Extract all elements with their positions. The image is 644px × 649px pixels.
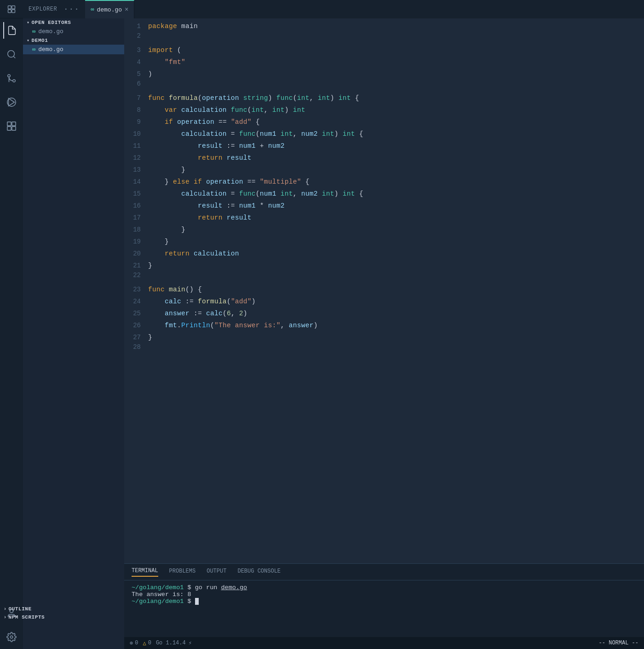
status-right: -- NORMAL -- [599,640,638,646]
main-area: ▾ OPEN EDITORS ∞ demo.go ▾ DEMO1 ∞ demo.… [0,18,644,649]
code-line-25: 25 answer := calc(6, 2) [124,307,644,319]
open-editors-group[interactable]: ▾ OPEN EDITORS [23,18,124,27]
status-warnings[interactable]: △ 0 [143,640,151,647]
tab-close-button[interactable]: × [125,6,128,13]
status-bar: ⊗ 0 △ 0 Go 1.14.4 ⚡ -- NORMAL -- [124,637,644,649]
activity-extensions-icon[interactable] [3,118,20,134]
warning-count: 0 [148,640,151,646]
code-line-11: 11 result := num1 + num2 [124,140,644,152]
open-editors-filename: demo.go [38,28,63,35]
npm-scripts-label: NPM SCRIPTS [23,614,45,620]
activity-settings-icon[interactable] [3,629,20,645]
panel-tabs: TERMINAL PROBLEMS OUTPUT DEBUG CONSOLE [124,564,644,580]
terminal-command: go run demo.go [195,584,247,591]
terminal-prompt-symbol: $ [188,584,195,591]
terminal-cursor [195,598,199,605]
code-line-2: 2 [124,32,644,44]
svg-rect-0 [8,6,12,9]
code-line-6: 6 [124,80,644,92]
panel-area: TERMINAL PROBLEMS OUTPUT DEBUG CONSOLE ~… [124,563,644,637]
code-line-28: 28 [124,343,644,355]
demo1-group[interactable]: ▾ DEMO1 [23,36,124,45]
go-run-text: go run [195,584,221,591]
terminal-line-1: ~/golang/demo1 $ go run demo.go [132,584,637,591]
terminal-path-2: ~/golang/demo1 [132,598,184,605]
go-file-icon-demo1: ∞ [32,46,35,53]
terminal-filename: demo.go [221,584,247,591]
code-editor[interactable]: 1 package main 2 3 import ( 4 "fmt" 5 ) [124,18,644,563]
status-errors[interactable]: ⊗ 0 [130,640,138,647]
tab-debug-console[interactable]: DEBUG CONSOLE [237,568,281,576]
svg-rect-2 [8,9,12,12]
svg-rect-13 [12,127,16,130]
error-icon: ⊗ [130,640,133,647]
code-line-17: 17 return result [124,212,644,224]
activity-bar [0,18,23,649]
terminal-path: ~/golang/demo1 [132,584,184,591]
status-go-version[interactable]: Go 1.14.4 ⚡ [156,640,192,647]
tab-terminal[interactable]: TERMINAL [132,568,158,577]
code-line-4: 4 "fmt" [124,56,644,68]
svg-rect-1 [12,6,15,9]
svg-point-6 [13,80,16,82]
tab-problems[interactable]: PROBLEMS [169,568,196,576]
svg-rect-10 [7,122,11,126]
demo1-label: DEMO1 [32,38,48,43]
activity-explorer-icon[interactable] [3,22,20,39]
code-line-14: 14 } else if operation == "multiple" { [124,176,644,188]
sidebar: ▾ OPEN EDITORS ∞ demo.go ▾ DEMO1 ∞ demo.… [23,18,124,649]
code-line-22: 22 [124,272,644,284]
code-line-3: 3 import ( [124,44,644,56]
sidebar-item-open-demo[interactable]: ∞ demo.go [23,27,124,36]
code-line-12: 12 return result [124,152,644,164]
explorer-label[interactable]: EXPLORER ··· [23,0,85,18]
error-count: 0 [135,640,138,646]
open-editors-chevron: ▾ [27,20,30,25]
terminal-prompt-line: ~/golang/demo1 $ [132,598,637,605]
svg-rect-3 [12,9,15,12]
code-line-24: 24 calc := formula("add") [124,296,644,307]
code-line-19: 19 } [124,236,644,248]
code-line-13: 13 } [124,164,644,176]
activity-run-icon[interactable] [3,94,20,110]
code-line-9: 9 if operation == "add" { [124,116,644,128]
code-line-16: 16 result := num1 * num2 [124,200,644,212]
editor-area: 1 package main 2 3 import ( 4 "fmt" 5 ) [124,18,644,649]
code-line-18: 18 } [124,224,644,236]
terminal-output-line: The answer is: 8 [132,591,637,598]
terminal-content[interactable]: ~/golang/demo1 $ go run demo.go The answ… [124,580,644,637]
activity-source-control-icon[interactable] [3,70,20,87]
svg-point-4 [8,51,15,58]
tab-filename: demo.go [97,6,122,13]
terminal-output: The answer is: 8 [132,591,191,598]
svg-line-5 [13,56,15,58]
code-line-10: 10 calculation = func(num1 int, num2 int… [124,128,644,140]
sidebar-item-demo1-file[interactable]: ∞ demo.go [23,45,124,54]
outline-label: OUTLINE [23,606,32,612]
activity-search-icon[interactable] [3,46,20,63]
tab-bar: EXPLORER ··· ∞ demo.go × [0,0,644,18]
tab-output[interactable]: OUTPUT [207,568,226,576]
status-vim-mode: -- NORMAL -- [599,640,638,646]
svg-rect-11 [12,122,16,126]
code-line-21: 21 } [124,260,644,272]
status-left: ⊗ 0 △ 0 Go 1.14.4 ⚡ [130,640,192,647]
demo-go-tab[interactable]: ∞ demo.go × [85,0,134,18]
code-line-5: 5 ) [124,68,644,80]
warning-icon: △ [143,640,146,647]
explorer-top-icon [0,0,23,18]
outline-group[interactable]: › OUTLINE [23,605,101,613]
code-line-8: 8 var calculation func(int, int) int [124,104,644,116]
code-line-27: 27 } [124,331,644,343]
more-icon[interactable]: ··· [63,5,80,13]
demo1-filename: demo.go [38,46,63,53]
go-version-label: Go 1.14.4 [156,640,186,646]
terminal-prompt-symbol-2: $ [188,598,195,605]
go-file-icon: ∞ [91,6,94,13]
npm-scripts-group[interactable]: › NPM SCRIPTS [23,613,101,621]
code-line-23: 23 func main() { [124,284,644,296]
svg-rect-12 [7,127,11,130]
lightning-icon: ⚡ [189,640,192,647]
vim-mode-label: -- NORMAL -- [599,640,638,646]
svg-point-7 [8,75,11,77]
